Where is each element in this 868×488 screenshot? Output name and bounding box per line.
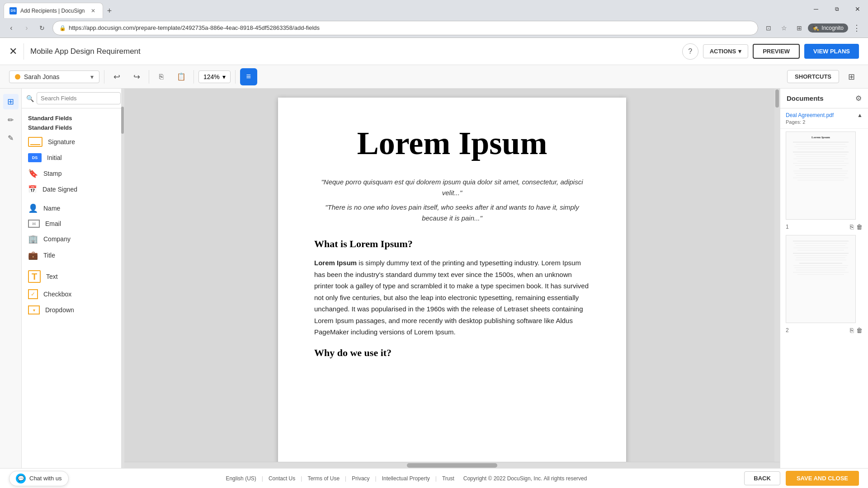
field-item-date-signed[interactable]: 📅 Date Signed [22,182,124,197]
sidebar-pen-icon[interactable]: ✏ [3,112,19,127]
minimize-button[interactable]: ─ [806,2,826,16]
initial-label: Initial [47,154,62,161]
contact-us-link[interactable]: Contact Us [269,475,295,482]
ip-link[interactable]: Intellectual Property [382,475,430,482]
app-close-icon[interactable]: ✕ [9,46,17,57]
page2-delete-icon[interactable]: 🗑 [856,327,863,334]
search-input[interactable] [37,92,121,104]
field-item-signature[interactable]: Signature [22,134,124,150]
view-plans-button[interactable]: VIEW PLANS [804,44,859,59]
language-label[interactable]: English (US) [226,475,256,482]
shortcuts-button[interactable]: SHORTCUTS [787,70,839,83]
tab-close-icon[interactable]: ✕ [89,7,97,15]
field-item-email[interactable]: ✉ Email [22,216,124,231]
document-title: Lorem Ipsum [314,125,590,162]
actions-button[interactable]: ACTIONS ▾ [703,44,749,58]
close-button[interactable]: ✕ [847,2,868,16]
doc-name[interactable]: Deal Agreement.pdf [786,112,857,118]
page2-number: 2 [786,327,789,333]
redo-button[interactable]: ↪ [129,69,144,84]
chat-widget[interactable]: 💬 Chat with us [9,471,69,486]
horizontal-scrollbar[interactable] [124,462,780,468]
name-label: Name [43,205,60,212]
cast-icon[interactable]: ⊡ [762,21,775,35]
documents-settings-icon[interactable]: ⚙ [855,94,862,103]
page2-thumbnail[interactable] [786,235,856,323]
doc-collapse-icon[interactable]: ▲ [857,112,863,118]
text-label: Text [46,273,58,280]
page1-copy-icon[interactable]: ⎘ [850,223,854,230]
trust-link[interactable]: Trust [442,475,454,482]
recipient-selector[interactable]: Sarah Jonas ▾ [9,70,99,83]
signature-label: Signature [48,138,75,145]
incognito-badge: 🕵 Incognito [808,23,848,33]
document-quote1: "Neque porro quisquam est qui dolorem ip… [314,177,590,198]
privacy-link[interactable]: Privacy [352,475,369,482]
signature-field-icon [28,137,42,147]
address-bar[interactable]: 🔒 https://app.docusign.com/prepare-templ… [52,21,758,35]
forward-nav-button[interactable]: › [20,21,33,35]
menu-icon[interactable]: ⋮ [850,21,863,35]
save-and-close-button[interactable]: SAVE AND CLOSE [786,471,859,486]
lock-icon: 🔒 [59,25,66,31]
reload-button[interactable]: ↻ [35,21,49,35]
email-field-icon: ✉ [28,220,40,228]
date-signed-label: Date Signed [42,186,77,193]
document-scroll-container[interactable]: Lorem Ipsum "Neque porro quisquam est qu… [124,89,780,462]
field-item-checkbox[interactable]: ✓ Checkbox [22,286,124,302]
date-signed-field-icon: 📅 [28,185,37,193]
back-nav-button[interactable]: ‹ [5,21,18,35]
panel-toggle-icon[interactable]: ⊞ [844,69,859,84]
profile-icon[interactable]: ⊞ [793,21,806,35]
field-item-name[interactable]: 👤 Name [22,200,124,216]
document-quote2: "There is no one who loves pain itself, … [314,202,590,224]
page2-thumbnail-container [780,234,868,326]
text-field-icon: T [28,270,41,283]
field-item-stamp[interactable]: 🔖 Stamp [22,165,124,182]
preview-button[interactable]: PREVIEW [753,44,800,59]
document-view-button[interactable]: ≡ [240,68,257,85]
page1-delete-icon[interactable]: 🗑 [856,223,863,230]
sidebar-edit-icon[interactable]: ✎ [3,130,19,145]
recipient-name: Sarah Jonas [24,73,87,80]
undo-button[interactable]: ↩ [109,69,124,84]
help-button[interactable]: ? [682,43,698,60]
chat-label: Chat with us [29,475,62,482]
new-tab-button[interactable]: + [103,5,116,17]
paste-button[interactable]: 📋 [174,69,189,84]
field-item-initial[interactable]: DS Initial [22,150,124,165]
page1-thumbnail[interactable]: Lorem Ipsum [786,131,856,220]
terms-link[interactable]: Terms of Use [307,475,340,482]
chat-icon: 💬 [16,474,26,483]
page2-copy-icon[interactable]: ⎘ [850,327,854,334]
page1-num-row: 1 ⎘ 🗑 [780,222,868,234]
dropdown-field-icon: ▾ [28,305,40,314]
fields-list: Standard Fields Standard Fields Signatur… [22,108,124,468]
search-bar: 🔍 ✕ [22,89,124,108]
field-item-dropdown[interactable]: ▾ Dropdown [22,302,124,318]
restore-button[interactable]: ⧉ [826,2,847,16]
field-item-company[interactable]: 🏢 Company [22,231,124,247]
zoom-level: 124% [203,73,220,80]
vertical-scrollbar[interactable] [774,89,780,462]
browser-tab[interactable]: DS Add Recipients | DocuSign ✕ [4,3,103,18]
zoom-chevron-icon: ▾ [222,73,226,80]
sidebar-fields-icon[interactable]: ⊞ [3,94,19,109]
field-item-text[interactable]: T Text [22,267,124,286]
url-text: https://app.docusign.com/prepare-templat… [69,24,320,31]
standard-fields-label: Standard Fields [22,124,124,134]
page2-num-row: 2 ⎘ 🗑 [780,326,868,338]
zoom-selector[interactable]: 124% ▾ [198,70,231,83]
bookmark-icon[interactable]: ☆ [777,21,791,35]
page1-number: 1 [786,224,789,230]
stamp-label: Stamp [43,170,61,177]
field-item-title[interactable]: 💼 Title [22,247,124,263]
name-field-icon: 👤 [28,203,38,213]
checkbox-label: Checkbox [43,291,71,298]
tab-title: Add Recipients | DocuSign [20,8,85,14]
sidebar-scrollbar[interactable] [121,89,124,468]
copy-button[interactable]: ⎘ [154,69,169,84]
copyright-text: Copyright © 2022 DocuSign, Inc. All righ… [463,475,587,482]
back-button[interactable]: BACK [744,471,780,485]
search-icon: 🔍 [26,95,34,102]
